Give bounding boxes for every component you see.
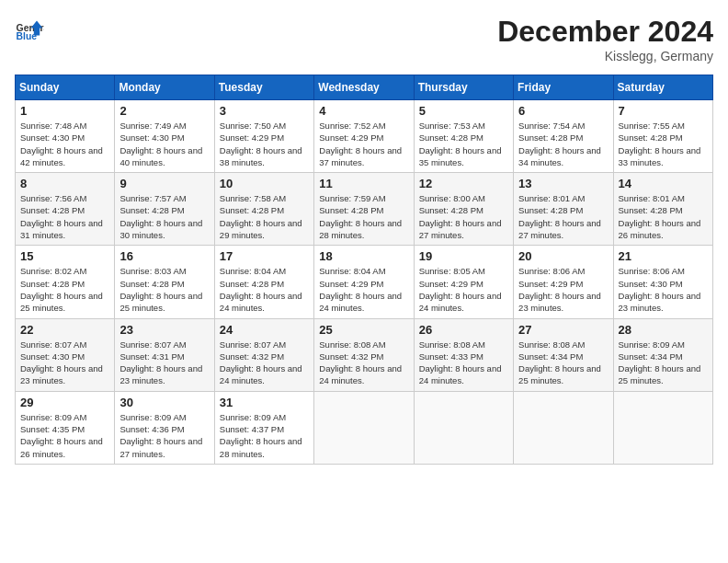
day-info: Sunrise: 8:07 AMSunset: 4:31 PMDaylight:…: [119, 339, 209, 387]
calendar-cell: 6 Sunrise: 7:54 AMSunset: 4:28 PMDayligh…: [514, 100, 613, 173]
calendar-cell: [514, 391, 613, 464]
day-number: 17: [220, 249, 309, 263]
day-info: Sunrise: 7:50 AMSunset: 4:29 PMDaylight:…: [220, 120, 309, 168]
day-info: Sunrise: 8:01 AMSunset: 4:28 PMDaylight:…: [518, 192, 608, 241]
day-number: 30: [119, 396, 209, 409]
day-number: 20: [518, 249, 608, 263]
day-info: Sunrise: 8:09 AMSunset: 4:37 PMDaylight:…: [220, 411, 309, 460]
calendar-cell: 25 Sunrise: 8:08 AMSunset: 4:32 PMDaylig…: [314, 318, 414, 391]
calendar-cell: 2 Sunrise: 7:49 AMSunset: 4:30 PMDayligh…: [115, 100, 214, 173]
day-info: Sunrise: 8:09 AMSunset: 4:34 PMDaylight:…: [619, 339, 708, 387]
calendar-cell: 24 Sunrise: 8:07 AMSunset: 4:32 PMDaylig…: [214, 318, 313, 391]
logo: General Blue: [15, 15, 44, 44]
day-info: Sunrise: 8:03 AMSunset: 4:28 PMDaylight:…: [119, 265, 209, 314]
calendar-cell: 17 Sunrise: 8:04 AMSunset: 4:28 PMDaylig…: [214, 246, 313, 318]
weekday-tuesday: Tuesday: [214, 75, 313, 100]
day-number: 22: [20, 323, 109, 337]
calendar-cell: 14 Sunrise: 8:01 AMSunset: 4:28 PMDaylig…: [613, 173, 712, 246]
calendar-cell: 27 Sunrise: 8:08 AMSunset: 4:34 PMDaylig…: [514, 318, 613, 391]
logo-icon: General Blue: [15, 15, 44, 44]
calendar-body: 1 Sunrise: 7:48 AMSunset: 4:30 PMDayligh…: [16, 100, 713, 465]
calendar-week-2: 8 Sunrise: 7:56 AMSunset: 4:28 PMDayligh…: [16, 173, 713, 246]
day-number: 9: [119, 177, 209, 190]
day-info: Sunrise: 7:53 AMSunset: 4:28 PMDaylight:…: [419, 120, 508, 168]
weekday-thursday: Thursday: [414, 75, 513, 100]
day-info: Sunrise: 7:56 AMSunset: 4:28 PMDaylight:…: [20, 192, 109, 241]
calendar-cell: 22 Sunrise: 8:07 AMSunset: 4:30 PMDaylig…: [16, 318, 115, 391]
day-info: Sunrise: 8:01 AMSunset: 4:28 PMDaylight:…: [619, 192, 708, 241]
day-info: Sunrise: 8:09 AMSunset: 4:35 PMDaylight:…: [20, 411, 109, 460]
title-block: December 2024 Kisslegg, Germany: [497, 15, 713, 63]
day-number: 4: [319, 104, 408, 118]
day-number: 29: [20, 396, 109, 409]
day-number: 15: [20, 249, 109, 263]
calendar-cell: 21 Sunrise: 8:06 AMSunset: 4:30 PMDaylig…: [613, 246, 712, 318]
page-header: General Blue December 2024 Kisslegg, Ger…: [15, 15, 713, 63]
calendar-week-1: 1 Sunrise: 7:48 AMSunset: 4:30 PMDayligh…: [16, 100, 713, 173]
day-info: Sunrise: 8:07 AMSunset: 4:30 PMDaylight:…: [20, 339, 109, 387]
calendar-cell: [314, 391, 414, 464]
day-info: Sunrise: 8:04 AMSunset: 4:28 PMDaylight:…: [220, 265, 309, 314]
calendar-cell: 16 Sunrise: 8:03 AMSunset: 4:28 PMDaylig…: [115, 246, 214, 318]
calendar-cell: 15 Sunrise: 8:02 AMSunset: 4:28 PMDaylig…: [16, 246, 115, 318]
calendar-cell: 30 Sunrise: 8:09 AMSunset: 4:36 PMDaylig…: [115, 391, 214, 464]
day-number: 27: [518, 323, 608, 337]
day-number: 18: [319, 249, 408, 263]
calendar-cell: 19 Sunrise: 8:05 AMSunset: 4:29 PMDaylig…: [414, 246, 513, 318]
day-info: Sunrise: 8:08 AMSunset: 4:34 PMDaylight:…: [518, 339, 608, 387]
day-number: 8: [20, 177, 109, 190]
calendar-cell: 8 Sunrise: 7:56 AMSunset: 4:28 PMDayligh…: [16, 173, 115, 246]
month-title: December 2024: [497, 15, 713, 49]
calendar-cell: 26 Sunrise: 8:08 AMSunset: 4:33 PMDaylig…: [414, 318, 513, 391]
day-number: 1: [20, 104, 109, 118]
day-number: 11: [319, 177, 408, 190]
calendar-cell: [414, 391, 513, 464]
calendar-week-4: 22 Sunrise: 8:07 AMSunset: 4:30 PMDaylig…: [16, 318, 713, 391]
calendar-cell: 3 Sunrise: 7:50 AMSunset: 4:29 PMDayligh…: [214, 100, 313, 173]
day-info: Sunrise: 8:06 AMSunset: 4:30 PMDaylight:…: [619, 265, 708, 314]
calendar-week-3: 15 Sunrise: 8:02 AMSunset: 4:28 PMDaylig…: [16, 246, 713, 318]
location: Kisslegg, Germany: [497, 49, 713, 63]
calendar-cell: 28 Sunrise: 8:09 AMSunset: 4:34 PMDaylig…: [613, 318, 712, 391]
day-info: Sunrise: 8:08 AMSunset: 4:33 PMDaylight:…: [419, 339, 508, 387]
weekday-saturday: Saturday: [613, 75, 712, 100]
calendar-cell: 13 Sunrise: 8:01 AMSunset: 4:28 PMDaylig…: [514, 173, 613, 246]
weekday-monday: Monday: [115, 75, 214, 100]
day-number: 26: [419, 323, 508, 337]
day-info: Sunrise: 7:55 AMSunset: 4:28 PMDaylight:…: [619, 120, 708, 168]
day-number: 12: [419, 177, 508, 190]
day-info: Sunrise: 7:57 AMSunset: 4:28 PMDaylight:…: [119, 192, 209, 241]
day-info: Sunrise: 8:04 AMSunset: 4:29 PMDaylight:…: [319, 265, 408, 314]
calendar-cell: 12 Sunrise: 8:00 AMSunset: 4:28 PMDaylig…: [414, 173, 513, 246]
day-number: 3: [220, 104, 309, 118]
day-info: Sunrise: 7:54 AMSunset: 4:28 PMDaylight:…: [518, 120, 608, 168]
day-info: Sunrise: 8:07 AMSunset: 4:32 PMDaylight:…: [220, 339, 309, 387]
weekday-wednesday: Wednesday: [314, 75, 414, 100]
calendar-cell: 4 Sunrise: 7:52 AMSunset: 4:29 PMDayligh…: [314, 100, 414, 173]
calendar-cell: 23 Sunrise: 8:07 AMSunset: 4:31 PMDaylig…: [115, 318, 214, 391]
day-info: Sunrise: 8:00 AMSunset: 4:28 PMDaylight:…: [419, 192, 508, 241]
calendar-cell: 20 Sunrise: 8:06 AMSunset: 4:29 PMDaylig…: [514, 246, 613, 318]
day-number: 25: [319, 323, 408, 337]
calendar-cell: 5 Sunrise: 7:53 AMSunset: 4:28 PMDayligh…: [414, 100, 513, 173]
day-info: Sunrise: 7:52 AMSunset: 4:29 PMDaylight:…: [319, 120, 408, 168]
day-number: 28: [619, 323, 708, 337]
calendar-cell: 1 Sunrise: 7:48 AMSunset: 4:30 PMDayligh…: [16, 100, 115, 173]
day-number: 24: [220, 323, 309, 337]
day-info: Sunrise: 8:09 AMSunset: 4:36 PMDaylight:…: [119, 411, 209, 460]
day-info: Sunrise: 7:49 AMSunset: 4:30 PMDaylight:…: [119, 120, 209, 168]
day-info: Sunrise: 7:59 AMSunset: 4:28 PMDaylight:…: [319, 192, 408, 241]
day-info: Sunrise: 8:06 AMSunset: 4:29 PMDaylight:…: [518, 265, 608, 314]
day-info: Sunrise: 8:05 AMSunset: 4:29 PMDaylight:…: [419, 265, 508, 314]
day-info: Sunrise: 8:02 AMSunset: 4:28 PMDaylight:…: [20, 265, 109, 314]
day-number: 10: [220, 177, 309, 190]
weekday-sunday: Sunday: [16, 75, 115, 100]
day-info: Sunrise: 8:08 AMSunset: 4:32 PMDaylight:…: [319, 339, 408, 387]
day-number: 5: [419, 104, 508, 118]
calendar-cell: 18 Sunrise: 8:04 AMSunset: 4:29 PMDaylig…: [314, 246, 414, 318]
day-number: 2: [119, 104, 209, 118]
day-number: 31: [220, 396, 309, 409]
day-info: Sunrise: 7:48 AMSunset: 4:30 PMDaylight:…: [20, 120, 109, 168]
day-number: 19: [419, 249, 508, 263]
weekday-friday: Friday: [514, 75, 613, 100]
